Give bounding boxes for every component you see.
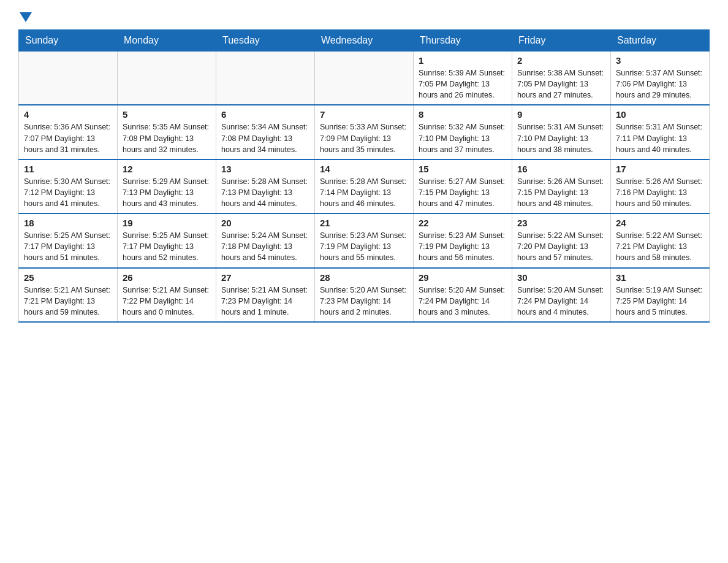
day-info: Sunrise: 5:21 AM Sunset: 7:22 PM Dayligh… — [123, 285, 211, 318]
day-number: 6 — [221, 109, 309, 120]
calendar-cell: 15Sunrise: 5:27 AM Sunset: 7:15 PM Dayli… — [414, 159, 512, 213]
weekday-header-thursday: Thursday — [414, 30, 512, 52]
day-number: 17 — [616, 164, 704, 174]
day-number: 5 — [123, 109, 211, 120]
day-number: 24 — [616, 218, 704, 228]
calendar-cell: 7Sunrise: 5:33 AM Sunset: 7:09 PM Daylig… — [315, 105, 414, 159]
calendar-cell: 22Sunrise: 5:23 AM Sunset: 7:19 PM Dayli… — [414, 213, 512, 267]
calendar-cell: 28Sunrise: 5:20 AM Sunset: 7:23 PM Dayli… — [315, 268, 414, 322]
day-info: Sunrise: 5:22 AM Sunset: 7:20 PM Dayligh… — [517, 230, 605, 263]
calendar-cell: 16Sunrise: 5:26 AM Sunset: 7:15 PM Dayli… — [512, 159, 611, 213]
day-info: Sunrise: 5:20 AM Sunset: 7:24 PM Dayligh… — [419, 285, 507, 318]
calendar-cell: 5Sunrise: 5:35 AM Sunset: 7:08 PM Daylig… — [118, 105, 216, 159]
day-info: Sunrise: 5:24 AM Sunset: 7:18 PM Dayligh… — [221, 230, 309, 263]
day-info: Sunrise: 5:23 AM Sunset: 7:19 PM Dayligh… — [419, 230, 507, 263]
calendar-cell: 29Sunrise: 5:20 AM Sunset: 7:24 PM Dayli… — [414, 268, 512, 322]
calendar-cell: 2Sunrise: 5:38 AM Sunset: 7:05 PM Daylig… — [512, 52, 611, 105]
day-info: Sunrise: 5:32 AM Sunset: 7:10 PM Dayligh… — [419, 121, 507, 155]
calendar-cell: 14Sunrise: 5:28 AM Sunset: 7:14 PM Dayli… — [315, 159, 414, 213]
day-info: Sunrise: 5:20 AM Sunset: 7:24 PM Dayligh… — [517, 285, 605, 318]
day-info: Sunrise: 5:33 AM Sunset: 7:09 PM Dayligh… — [320, 121, 408, 155]
day-number: 1 — [419, 55, 507, 66]
day-number: 25 — [24, 272, 112, 283]
calendar-cell: 31Sunrise: 5:19 AM Sunset: 7:25 PM Dayli… — [611, 268, 710, 322]
calendar-week-row: 25Sunrise: 5:21 AM Sunset: 7:21 PM Dayli… — [19, 268, 710, 322]
calendar-cell: 6Sunrise: 5:34 AM Sunset: 7:08 PM Daylig… — [216, 105, 315, 159]
day-number: 10 — [616, 109, 704, 120]
day-info: Sunrise: 5:31 AM Sunset: 7:11 PM Dayligh… — [616, 121, 704, 155]
day-info: Sunrise: 5:21 AM Sunset: 7:23 PM Dayligh… — [221, 285, 309, 318]
day-info: Sunrise: 5:27 AM Sunset: 7:15 PM Dayligh… — [419, 176, 507, 209]
day-number: 20 — [221, 218, 309, 228]
day-info: Sunrise: 5:26 AM Sunset: 7:16 PM Dayligh… — [616, 176, 704, 209]
day-number: 28 — [320, 272, 408, 283]
calendar-cell — [216, 52, 315, 105]
day-number: 11 — [24, 164, 112, 174]
calendar-cell: 13Sunrise: 5:28 AM Sunset: 7:13 PM Dayli… — [216, 159, 315, 213]
calendar-cell: 9Sunrise: 5:31 AM Sunset: 7:10 PM Daylig… — [512, 105, 611, 159]
calendar-week-row: 18Sunrise: 5:25 AM Sunset: 7:17 PM Dayli… — [19, 213, 710, 267]
day-number: 18 — [24, 218, 112, 228]
calendar-cell: 19Sunrise: 5:25 AM Sunset: 7:17 PM Dayli… — [118, 213, 216, 267]
day-number: 8 — [419, 109, 507, 120]
day-info: Sunrise: 5:37 AM Sunset: 7:06 PM Dayligh… — [616, 67, 704, 101]
day-info: Sunrise: 5:28 AM Sunset: 7:14 PM Dayligh… — [320, 176, 408, 209]
calendar-cell — [118, 52, 216, 105]
weekday-header-row: SundayMondayTuesdayWednesdayThursdayFrid… — [19, 30, 710, 52]
day-number: 22 — [419, 218, 507, 228]
calendar-cell: 27Sunrise: 5:21 AM Sunset: 7:23 PM Dayli… — [216, 268, 315, 322]
calendar-cell: 30Sunrise: 5:20 AM Sunset: 7:24 PM Dayli… — [512, 268, 611, 322]
calendar-cell: 3Sunrise: 5:37 AM Sunset: 7:06 PM Daylig… — [611, 52, 710, 105]
day-info: Sunrise: 5:21 AM Sunset: 7:21 PM Dayligh… — [24, 285, 112, 318]
weekday-header-wednesday: Wednesday — [315, 30, 414, 52]
day-number: 16 — [517, 164, 605, 174]
weekday-header-sunday: Sunday — [19, 30, 118, 52]
day-number: 12 — [123, 164, 211, 174]
logo-triangle-icon — [20, 12, 32, 22]
weekday-header-saturday: Saturday — [611, 30, 710, 52]
day-number: 4 — [24, 109, 112, 120]
day-number: 15 — [419, 164, 507, 174]
day-number: 23 — [517, 218, 605, 228]
weekday-header-friday: Friday — [512, 30, 611, 52]
day-info: Sunrise: 5:39 AM Sunset: 7:05 PM Dayligh… — [419, 67, 507, 101]
day-info: Sunrise: 5:31 AM Sunset: 7:10 PM Dayligh… — [517, 121, 605, 155]
day-info: Sunrise: 5:25 AM Sunset: 7:17 PM Dayligh… — [123, 230, 211, 263]
day-number: 7 — [320, 109, 408, 120]
day-info: Sunrise: 5:36 AM Sunset: 7:07 PM Dayligh… — [24, 121, 112, 155]
day-info: Sunrise: 5:25 AM Sunset: 7:17 PM Dayligh… — [24, 230, 112, 263]
calendar-cell — [19, 52, 118, 105]
day-number: 9 — [517, 109, 605, 120]
day-number: 21 — [320, 218, 408, 228]
calendar-cell: 8Sunrise: 5:32 AM Sunset: 7:10 PM Daylig… — [414, 105, 512, 159]
day-number: 26 — [123, 272, 211, 283]
calendar-cell: 21Sunrise: 5:23 AM Sunset: 7:19 PM Dayli… — [315, 213, 414, 267]
day-number: 14 — [320, 164, 408, 174]
day-number: 29 — [419, 272, 507, 283]
day-number: 2 — [517, 55, 605, 66]
day-number: 13 — [221, 164, 309, 174]
day-info: Sunrise: 5:38 AM Sunset: 7:05 PM Dayligh… — [517, 67, 605, 101]
weekday-header-monday: Monday — [118, 30, 216, 52]
calendar-cell: 24Sunrise: 5:22 AM Sunset: 7:21 PM Dayli… — [611, 213, 710, 267]
day-number: 27 — [221, 272, 309, 283]
calendar-cell: 4Sunrise: 5:36 AM Sunset: 7:07 PM Daylig… — [19, 105, 118, 159]
day-info: Sunrise: 5:20 AM Sunset: 7:23 PM Dayligh… — [320, 285, 408, 318]
calendar-cell: 1Sunrise: 5:39 AM Sunset: 7:05 PM Daylig… — [414, 52, 512, 105]
page-header — [18, 12, 710, 23]
weekday-header-tuesday: Tuesday — [216, 30, 315, 52]
calendar-cell: 12Sunrise: 5:29 AM Sunset: 7:13 PM Dayli… — [118, 159, 216, 213]
day-number: 31 — [616, 272, 704, 283]
calendar-cell — [315, 52, 414, 105]
calendar-cell: 26Sunrise: 5:21 AM Sunset: 7:22 PM Dayli… — [118, 268, 216, 322]
calendar-week-row: 11Sunrise: 5:30 AM Sunset: 7:12 PM Dayli… — [19, 159, 710, 213]
day-info: Sunrise: 5:34 AM Sunset: 7:08 PM Dayligh… — [221, 121, 309, 155]
calendar-cell: 18Sunrise: 5:25 AM Sunset: 7:17 PM Dayli… — [19, 213, 118, 267]
day-info: Sunrise: 5:28 AM Sunset: 7:13 PM Dayligh… — [221, 176, 309, 209]
day-info: Sunrise: 5:26 AM Sunset: 7:15 PM Dayligh… — [517, 176, 605, 209]
day-number: 19 — [123, 218, 211, 228]
day-number: 3 — [616, 55, 704, 66]
day-info: Sunrise: 5:29 AM Sunset: 7:13 PM Dayligh… — [123, 176, 211, 209]
day-info: Sunrise: 5:19 AM Sunset: 7:25 PM Dayligh… — [616, 285, 704, 318]
day-info: Sunrise: 5:23 AM Sunset: 7:19 PM Dayligh… — [320, 230, 408, 263]
